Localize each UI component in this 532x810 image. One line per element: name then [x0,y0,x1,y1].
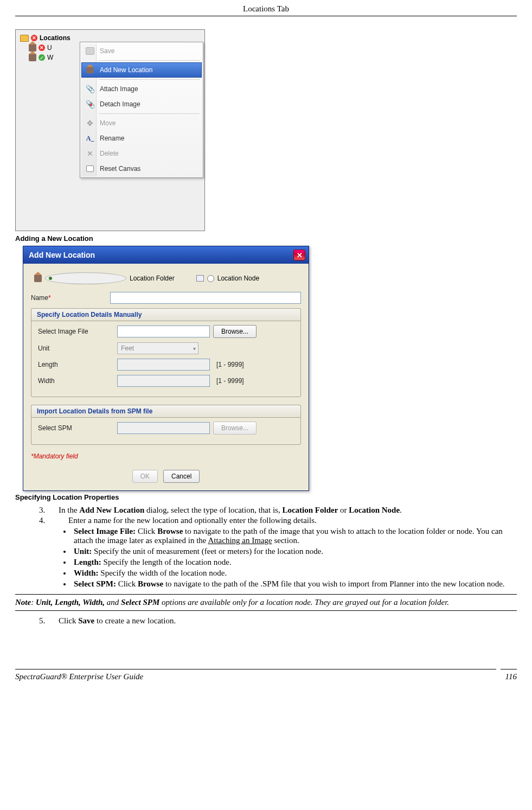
home-icon [86,66,94,74]
mandatory-note: *Mandatory field [31,452,301,460]
detach-icon: 📎 [86,100,94,109]
bullet-length: Length: Specify the length of the locati… [72,558,517,567]
move-icon: ✥ [86,119,94,127]
step-4: 4. Enter a name for the new location and… [39,516,517,525]
name-row: Name* [31,292,301,304]
spm-input [117,422,210,434]
menu-move-label: Move [100,119,116,127]
menu-add-label: Add New Location [100,66,152,74]
bullet-unit: Unit: Specify the unit of measurement (f… [72,547,517,556]
width-label: Width [38,377,114,385]
page-number: 116 [505,672,517,681]
step-5: 5. Click Save to create a new location. [39,616,517,626]
menu-save-label: Save [100,47,114,55]
dialog-button-row: OK Cancel [31,470,301,483]
save-icon [86,47,94,55]
menu-rename-label: Rename [100,135,124,142]
menu-separator [99,60,200,61]
note-box: Note: Unit, Length, Width, and Select SP… [15,594,517,611]
ok-badge-icon: ✓ [39,54,45,61]
image-file-label: Select Image File [38,328,114,335]
chevron-down-icon: ▾ [193,346,196,352]
location-type-row: Location Folder Location Node [31,270,301,292]
unit-select: Feet ▾ [117,342,198,354]
delete-icon: ✕ [86,149,94,158]
bullet-spm: Select SPM: Click Browse to navigate to … [72,579,517,589]
radio-folder[interactable] [45,272,126,284]
folder-icon [20,35,29,42]
menu-separator [99,79,200,80]
page-header: Locations Tab [15,0,517,16]
menu-reset-label: Reset Canvas [100,165,140,173]
error-badge-icon: ✕ [39,44,45,51]
image-file-input[interactable] [117,326,210,337]
add-location-dialog: Add New Location ✕ Location Folder Locat… [23,246,309,491]
step-3: 3. In the Add New Location dialog, selec… [39,506,517,515]
menu-reset-canvas[interactable]: Reset Canvas [81,161,202,176]
bullet-image-file: Select Image File: Click Browse to navig… [72,527,517,545]
node-option-label: Location Node [217,275,259,282]
step5-num: 5. [39,616,59,626]
menu-delete: ✕ Delete [81,146,202,161]
error-badge-icon: ✕ [31,35,37,41]
node-type-icon [196,275,204,282]
context-menu: Save Add New Location 📎 Attach Image 📎 D… [80,42,203,178]
dialog-titlebar: Add New Location ✕ [23,246,309,264]
option-location-folder[interactable]: Location Folder [34,272,175,284]
step4-num: 4. [39,516,68,525]
radio-node[interactable] [207,275,214,282]
step-5-wrap: 5. Click Save to create a new location. [15,616,517,626]
width-input [117,375,210,387]
menu-save: Save [81,43,202,59]
tree-child1-label: U [47,44,52,52]
caption-specifying: Specifying Location Properties [15,493,532,501]
rename-icon: A_ [86,134,94,143]
unit-value: Feet [121,345,134,352]
menu-rename[interactable]: A_ Rename [81,131,202,146]
canvas-icon [86,164,94,173]
dialog-title-text: Add New Location [29,251,95,259]
length-label: Length [38,361,114,368]
menu-detach-label: Detach Image [100,100,140,108]
step3-num: 3. [39,506,59,515]
menu-attach-image[interactable]: 📎 Attach Image [81,81,202,97]
instruction-text: 3. In the Add New Location dialog, selec… [15,506,517,589]
length-range: [1 - 9999] [213,361,244,368]
tree-root-label: Locations [40,34,70,42]
close-button[interactable]: ✕ [293,250,305,260]
step4-bullets: Select Image File: Click Browse to navig… [59,527,517,589]
spm-label: Select SPM [38,424,114,432]
menu-detach-image[interactable]: 📎 Detach Image [81,97,202,112]
menu-add-location[interactable]: Add New Location [81,62,202,78]
spm-import-group: Import Location Details from SPM file Se… [31,405,301,445]
tree-child2-label: W [47,54,53,61]
folder-option-label: Location Folder [130,275,175,282]
browse-image-button[interactable]: Browse... [213,325,257,338]
menu-delete-label: Delete [100,150,119,157]
footer-left: SpectraGuard® Enterprise User Guide [15,672,143,681]
folder-type-icon [34,275,42,282]
browse-spm-button: Browse... [213,422,257,435]
menu-move: ✥ Move [81,116,202,131]
menu-attach-label: Attach Image [100,85,138,93]
name-input[interactable] [110,292,301,304]
home-icon [29,44,36,52]
name-label: Name* [31,294,107,302]
menu-separator [99,113,200,114]
length-input [117,359,210,371]
page-footer: SpectraGuard® Enterprise User Guide 116 [15,669,517,681]
header-title: Locations Tab [243,4,289,13]
spm-legend: Import Location Details from SPM file [31,405,301,418]
manual-details-group: Specify Location Details Manually Select… [31,308,301,397]
attach-icon: 📎 [86,85,94,93]
bullet-width: Width: Specify the width of the location… [72,569,517,578]
width-range: [1 - 9999] [213,377,244,385]
unit-label: Unit [38,345,114,352]
cancel-button[interactable]: Cancel [163,470,200,483]
option-location-node[interactable]: Location Node [196,272,259,284]
link-attaching-image[interactable]: Attaching an Image [208,536,272,545]
screenshot-context-menu: ✕ Locations ✕ U ✓ W Save Add New Locatio… [15,29,205,231]
ok-button: OK [132,470,158,483]
home-icon [29,54,36,61]
manual-legend: Specify Location Details Manually [31,308,301,321]
